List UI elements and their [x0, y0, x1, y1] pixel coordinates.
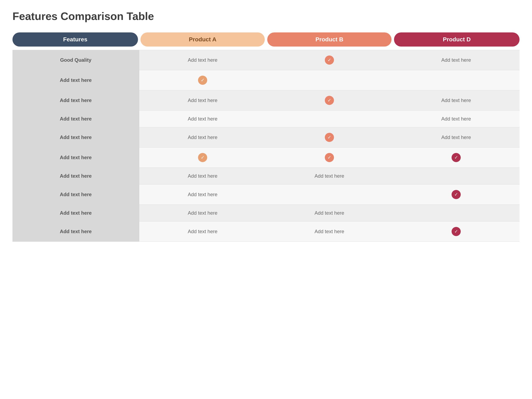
header-product-d: Product D [394, 32, 519, 47]
data-cell: Add text here [393, 111, 519, 127]
table-row: Add text hereAdd text here✓Add text here [13, 90, 519, 110]
feature-label-cell: Add text here [13, 184, 139, 204]
data-cell: Add text here [266, 205, 393, 221]
feature-label-cell: Good Quality [13, 50, 139, 70]
feature-label-cell: Add text here [13, 147, 139, 167]
data-cell: Add text here [139, 111, 266, 127]
header-features: Features [13, 32, 138, 47]
data-cell [393, 205, 519, 221]
data-cell: Add text here [393, 90, 519, 110]
data-cell [266, 184, 393, 204]
feature-label-cell: Add text here [13, 70, 139, 90]
data-cell: Add text here [139, 184, 266, 204]
comparison-table: FeaturesProduct AProduct BProduct D Good… [13, 32, 519, 242]
data-cell [266, 111, 393, 127]
table-header: FeaturesProduct AProduct BProduct D [13, 32, 519, 47]
table-row: Add text hereAdd text hereAdd text here [13, 167, 519, 184]
data-cell [393, 168, 519, 184]
data-cell: Add text here [139, 50, 266, 70]
check-icon: ✓ [325, 133, 334, 142]
table-row: Add text here✓✓✓ [13, 147, 519, 167]
feature-label-cell: Add text here [13, 205, 139, 221]
feature-label-cell: Add text here [13, 111, 139, 127]
data-cell: ✓ [393, 222, 519, 241]
table-row: Add text here✓ [13, 70, 519, 90]
feature-label-cell: Add text here [13, 222, 139, 241]
data-cell: ✓ [139, 147, 266, 167]
table-row: Add text hereAdd text here✓Add text here [13, 127, 519, 147]
page-title: Features Comparison Table [13, 10, 519, 22]
header-product-b: Product B [267, 32, 392, 47]
data-cell: ✓ [266, 147, 393, 167]
data-cell: Add text here [393, 127, 519, 147]
data-cell: Add text here [139, 168, 266, 184]
check-icon: ✓ [198, 76, 207, 85]
header-product-a: Product A [140, 32, 265, 47]
data-cell: ✓ [139, 70, 266, 90]
table-row: Add text hereAdd text hereAdd text here [13, 204, 519, 221]
data-cell: ✓ [393, 184, 519, 204]
data-cell [266, 70, 393, 90]
check-icon: ✓ [198, 153, 207, 162]
table-row: Add text hereAdd text hereAdd text here✓ [13, 221, 519, 242]
feature-label-cell: Add text here [13, 168, 139, 184]
table-row: Add text hereAdd text here✓ [13, 184, 519, 204]
data-cell: Add text here [139, 205, 266, 221]
data-cell: Add text here [393, 50, 519, 70]
data-cell: Add text here [266, 168, 393, 184]
data-cell: ✓ [266, 90, 393, 110]
feature-label-cell: Add text here [13, 127, 139, 147]
table-row: Add text hereAdd text hereAdd text here [13, 110, 519, 127]
data-cell: ✓ [266, 50, 393, 70]
table-row: Good QualityAdd text here✓Add text here [13, 50, 519, 70]
data-cell [393, 70, 519, 90]
data-cell: Add text here [139, 90, 266, 110]
check-icon: ✓ [452, 190, 461, 199]
check-icon: ✓ [325, 96, 334, 105]
check-icon: ✓ [452, 227, 461, 236]
data-cell: ✓ [266, 127, 393, 147]
feature-label-cell: Add text here [13, 90, 139, 110]
check-icon: ✓ [325, 56, 334, 65]
data-cell: Add text here [266, 222, 393, 241]
data-cell: Add text here [139, 222, 266, 241]
data-cell: Add text here [139, 127, 266, 147]
table-body: Good QualityAdd text here✓Add text hereA… [13, 50, 519, 242]
check-icon: ✓ [452, 153, 461, 162]
data-cell: ✓ [393, 147, 519, 167]
check-icon: ✓ [325, 153, 334, 162]
